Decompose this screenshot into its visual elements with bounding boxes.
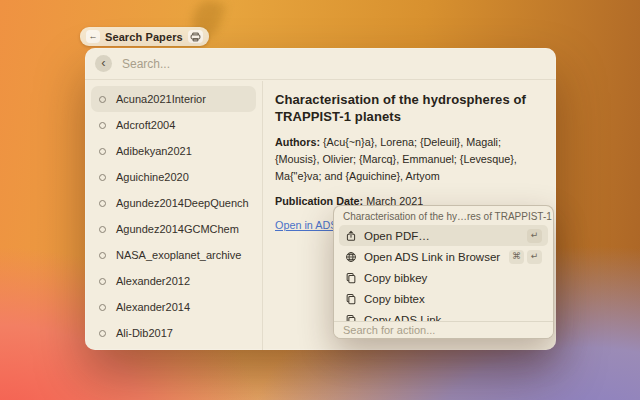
- action-menu-header: Characterisation of the hy…res of TRAPPI…: [334, 206, 553, 225]
- list-item-label: Aguichine2020: [116, 171, 189, 183]
- circle-bullet-icon: [99, 122, 106, 129]
- circle-bullet-icon: [99, 278, 106, 285]
- return-key-icon: ↵: [527, 250, 542, 264]
- printer-icon: [188, 30, 203, 43]
- paper-title: Characterisation of the hydrospheres of …: [275, 92, 548, 126]
- circle-bullet-icon: [99, 148, 106, 155]
- paper-authors: Authors: {Acu{~n}a}, Lorena; {Deleuil}, …: [275, 134, 548, 186]
- list-item[interactable]: Agundez2014GCMChem: [91, 216, 256, 242]
- list-item-label: Adcroft2004: [116, 119, 175, 131]
- copy-icon: [345, 272, 357, 284]
- list-item-label: Agundez2014DeepQuench: [116, 197, 249, 209]
- search-bar: ‹: [85, 48, 556, 80]
- authors-label: Authors:: [275, 136, 320, 148]
- breadcrumb-title: Search Papers: [105, 31, 183, 43]
- list-item-label: Ali-Dib2017: [116, 327, 173, 339]
- action-menu-item[interactable]: Open PDF…↵: [339, 225, 548, 246]
- list-item-label: Alexander2014: [116, 301, 190, 313]
- list-item-label: NASA_exoplanet_archive: [116, 249, 241, 261]
- list-item-label: Alexander2012: [116, 275, 190, 287]
- action-menu-item[interactable]: Open ADS Link in Browser⌘↵: [339, 246, 548, 267]
- list-item-label: Agundez2014GCMChem: [116, 223, 239, 235]
- globe-icon: [345, 251, 357, 263]
- circle-bullet-icon: [99, 304, 106, 311]
- list-item[interactable]: Adcroft2004: [91, 112, 256, 138]
- list-item[interactable]: NASA_exoplanet_archive: [91, 242, 256, 268]
- action-search-input[interactable]: [343, 324, 544, 336]
- action-menu-item-label: Copy bibtex: [364, 293, 535, 305]
- shortcut-keys: ↵: [527, 229, 542, 243]
- share-icon: [345, 230, 357, 242]
- list-item[interactable]: Ali-Dib2017: [91, 320, 256, 346]
- circle-bullet-icon: [99, 330, 106, 337]
- copy-icon: [345, 293, 357, 305]
- list-item[interactable]: Alexander2012: [91, 268, 256, 294]
- action-menu-item-label: Open ADS Link in Browser: [364, 251, 502, 263]
- shortcut-keys: ⌘↵: [509, 250, 542, 264]
- circle-bullet-icon: [99, 200, 106, 207]
- search-input[interactable]: [122, 57, 546, 71]
- breadcrumb[interactable]: ← Search Papers: [80, 27, 209, 46]
- back-button[interactable]: ‹: [95, 55, 112, 72]
- circle-bullet-icon: [99, 226, 106, 233]
- circle-bullet-icon: [99, 174, 106, 181]
- command-key-icon: ⌘: [509, 250, 524, 264]
- action-menu-item-label: Copy bibkey: [364, 272, 535, 284]
- open-in-ads-link[interactable]: Open in ADS: [275, 219, 337, 231]
- action-search-bar: [334, 321, 553, 338]
- action-menu-item[interactable]: Copy bibkey: [339, 267, 548, 288]
- action-menu-rows: Open PDF…↵Open ADS Link in Browser⌘↵Copy…: [334, 225, 553, 330]
- list-item[interactable]: Alexander2014: [91, 294, 256, 320]
- list-item[interactable]: Adibekyan2021: [91, 138, 256, 164]
- list-item-label: Adibekyan2021: [116, 145, 192, 157]
- list-item[interactable]: Alibert2005: [91, 346, 256, 350]
- action-menu-item[interactable]: Copy bibtex: [339, 288, 548, 309]
- list-item[interactable]: Aguichine2020: [91, 164, 256, 190]
- list-item-label: Acuna2021Interior: [116, 93, 206, 105]
- list-item[interactable]: Agundez2014DeepQuench: [91, 190, 256, 216]
- list-item[interactable]: Acuna2021Interior: [91, 86, 256, 112]
- circle-bullet-icon: [99, 96, 106, 103]
- circle-bullet-icon: [99, 252, 106, 259]
- paper-list: Acuna2021InteriorAdcroft2004Adibekyan202…: [85, 81, 263, 350]
- back-key-icon[interactable]: ←: [86, 30, 100, 43]
- action-menu: Characterisation of the hy…res of TRAPPI…: [333, 205, 554, 339]
- return-key-icon: ↵: [527, 229, 542, 243]
- action-menu-item-label: Open PDF…: [364, 230, 520, 242]
